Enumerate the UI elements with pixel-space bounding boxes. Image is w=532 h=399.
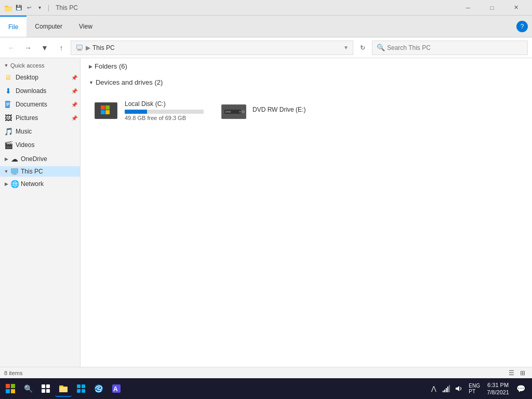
- tray-language[interactable]: ENGPT: [466, 383, 483, 394]
- music-icon: 🎵: [4, 127, 12, 136]
- local-disk-info: Local Disk (C:) 49.8 GB free of 69.3 GB: [125, 100, 204, 121]
- svg-rect-50: [447, 387, 448, 392]
- svg-rect-0: [5, 6, 8, 7]
- drive-item-c[interactable]: Local Disk (C:) 49.8 GB free of 69.3 GB: [89, 92, 208, 129]
- search-input[interactable]: [387, 44, 523, 51]
- sidebar-item-pictures[interactable]: 🖼 Pictures 📌: [0, 111, 80, 125]
- back-button[interactable]: ←: [4, 41, 19, 55]
- onedrive-icon: ☁: [10, 155, 19, 163]
- svg-rect-36: [46, 389, 50, 393]
- folders-arrow: ▶: [89, 64, 92, 69]
- search-icon: 🔍: [377, 44, 385, 51]
- search-box[interactable]: 🔍: [372, 41, 528, 55]
- taskview-button[interactable]: [37, 380, 54, 397]
- taskbar-file-explorer[interactable]: [55, 380, 72, 397]
- ribbon-tab-file[interactable]: File: [0, 16, 26, 37]
- minimize-button[interactable]: ─: [456, 0, 480, 16]
- tray-network-icon[interactable]: [441, 383, 451, 394]
- local-disk-bar: [125, 110, 147, 114]
- main-area: ▼ Quick access 🖥 Desktop 📌 ⬇ Downloads 📌: [0, 58, 532, 367]
- start-button[interactable]: [2, 380, 19, 397]
- address-path[interactable]: ▶ This PC ▼: [71, 41, 353, 55]
- folders-header[interactable]: ▶ Folders (6): [89, 62, 524, 70]
- address-bar: ← → ▼ ↑ ▶ This PC ▼ ↻ 🔍: [0, 37, 532, 58]
- network-label: Network: [21, 180, 44, 188]
- desktop-pin: 📌: [71, 74, 78, 81]
- clock-date: 7/8/2021: [487, 389, 509, 396]
- status-bar: 8 items ☰ ⊞: [0, 367, 532, 378]
- drives-list: Local Disk (C:) 49.8 GB free of 69.3 GB: [89, 90, 524, 131]
- this-pc-header[interactable]: ▼ This PC: [0, 166, 80, 177]
- quick-access-header[interactable]: ▼ Quick access: [0, 60, 80, 71]
- videos-label: Videos: [16, 141, 34, 149]
- svg-rect-40: [77, 384, 81, 388]
- sidebar-item-desktop[interactable]: 🖥 Desktop 📌: [0, 71, 80, 84]
- taskbar-store[interactable]: [73, 380, 89, 397]
- dvd-drive-name: DVD RW Drive (E:): [252, 106, 316, 113]
- sidebar-item-videos[interactable]: 🎬 Videos: [0, 138, 80, 152]
- svg-rect-31: [6, 389, 10, 393]
- status-items: 8 items: [4, 370, 22, 376]
- save-icon[interactable]: 💾: [15, 4, 23, 12]
- svg-rect-29: [6, 384, 10, 388]
- up-button[interactable]: ↑: [54, 41, 69, 55]
- ribbon-tab-computer[interactable]: Computer: [26, 16, 71, 37]
- network-arrow: ▶: [2, 180, 10, 188]
- svg-rect-32: [11, 389, 15, 393]
- recent-locations-button[interactable]: ▼: [37, 41, 52, 55]
- forward-button[interactable]: →: [21, 41, 35, 55]
- help-button[interactable]: ?: [516, 21, 528, 32]
- downloads-label: Downloads: [16, 87, 46, 95]
- folders-section: ▶ Folders (6): [89, 62, 524, 70]
- view-details-icon[interactable]: ☰: [506, 368, 516, 378]
- title-bar-title: This PC: [56, 4, 456, 11]
- drives-title: Devices and drives (2): [96, 78, 163, 86]
- svg-rect-47: [443, 391, 444, 392]
- svg-rect-13: [11, 169, 18, 173]
- sidebar: ▼ Quick access 🖥 Desktop 📌 ⬇ Downloads 📌: [0, 58, 81, 367]
- svg-rect-6: [77, 50, 82, 50]
- svg-rect-30: [11, 384, 15, 388]
- this-pc-arrow: ▼: [2, 167, 10, 176]
- taskbar-vscode[interactable]: A: [108, 380, 125, 397]
- downloads-icon: ⬇: [4, 87, 12, 95]
- svg-point-28: [240, 111, 241, 113]
- pictures-label: Pictures: [16, 114, 38, 122]
- svg-rect-10: [6, 104, 9, 104]
- sidebar-item-documents[interactable]: Documents 📌: [0, 98, 80, 111]
- svg-rect-19: [105, 105, 110, 110]
- sidebar-item-downloads[interactable]: ⬇ Downloads 📌: [0, 84, 80, 98]
- undo-icon[interactable]: ↩: [25, 4, 33, 12]
- drive-item-e[interactable]: DVD DVD RW Drive (E:): [217, 92, 321, 129]
- taskbar-search-button[interactable]: 🔍: [20, 380, 36, 397]
- tray-notification-button[interactable]: 💬: [513, 381, 528, 396]
- ribbon-tab-view[interactable]: View: [71, 16, 101, 37]
- drives-header[interactable]: ▼ Devices and drives (2): [89, 78, 524, 86]
- documents-label: Documents: [16, 101, 47, 108]
- folders-count: (6): [119, 62, 127, 70]
- tray-clock[interactable]: 6:31 PM 7/8/2021: [485, 381, 511, 396]
- svg-rect-18: [101, 105, 105, 110]
- tray-speaker-icon[interactable]: [454, 383, 464, 394]
- sidebar-item-music[interactable]: 🎵 Music: [0, 125, 80, 138]
- desktop-label: Desktop: [16, 74, 38, 81]
- view-large-icons-icon[interactable]: ⊞: [517, 368, 528, 378]
- taskbar: 🔍: [0, 378, 532, 399]
- tray-chevron[interactable]: ⋀: [429, 383, 439, 394]
- quick-access-arrow: ▼: [2, 61, 10, 70]
- customize-icon[interactable]: ▾: [35, 4, 44, 12]
- onedrive-header[interactable]: ▶ ☁ OneDrive: [0, 154, 80, 164]
- svg-marker-52: [456, 386, 459, 391]
- maximize-button[interactable]: □: [480, 0, 504, 16]
- taskbar-edge[interactable]: [90, 380, 107, 397]
- svg-rect-11: [6, 105, 8, 105]
- title-text: This PC: [56, 4, 78, 11]
- network-header[interactable]: ▶ 🌐 Network: [0, 179, 80, 189]
- language-text: ENGPT: [469, 383, 480, 394]
- svg-rect-9: [6, 103, 9, 103]
- close-button[interactable]: ✕: [504, 0, 528, 16]
- svg-rect-49: [446, 388, 447, 392]
- ribbon: File Computer View ?: [0, 16, 532, 37]
- refresh-button[interactable]: ↻: [355, 41, 370, 55]
- svg-rect-20: [101, 110, 105, 114]
